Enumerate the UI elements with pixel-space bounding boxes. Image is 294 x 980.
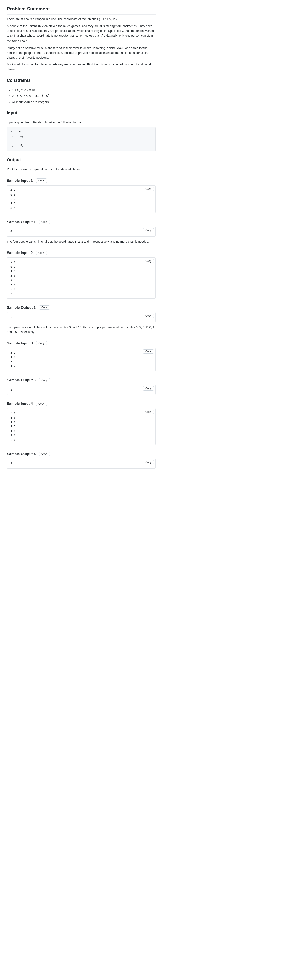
sample-output-4-label: Sample Output 4 [7, 451, 36, 457]
sample-input-2-heading: Sample Input 2 Copy [7, 250, 156, 256]
copy-button-sample-input-4[interactable]: Copy [36, 402, 47, 406]
sample-output-1-block: Copy 0 [7, 227, 156, 237]
copy-button-sample-input-2[interactable]: Copy [36, 251, 47, 255]
page-title: Problem Statement [7, 5, 156, 14]
constraint-1: 1 ≤ N, M ≤ 2 × 105 [12, 87, 156, 92]
sample-output-1-label: Sample Output 1 [7, 219, 36, 225]
sample-output-1-heading: Sample Output 1 Copy [7, 219, 156, 225]
constraint-2: 0 ≤ Li < Ri ≤ M + 1(1 ≤ i ≤ N) [12, 93, 156, 99]
sample-input-3-heading: Sample Input 3 Copy [7, 340, 156, 346]
sample-output-3-label: Sample Output 3 [7, 377, 36, 383]
sample-output-3-heading: Sample Output 3 Copy [7, 377, 156, 383]
sample-input-2-data: 7 6 0 7 1 5 3 6 2 7 1 6 2 6 3 7 [11, 260, 152, 296]
copy-button-sample-output-4[interactable]: Copy [39, 452, 50, 456]
sample-input-4-label: Sample Input 4 [7, 401, 33, 407]
sample-output-3-data: 2 [11, 388, 152, 392]
sample-input-4-heading: Sample Input 4 Copy [7, 401, 156, 407]
copy-button-sample-input-3[interactable]: Copy [36, 341, 47, 345]
sample-output-1-data: 0 [11, 229, 152, 234]
sample-input-1-heading: Sample Input 1 Copy [7, 178, 156, 184]
sample-output-4-block: Copy 2 [7, 458, 156, 469]
constraint-3: All input values are integers. [12, 100, 156, 104]
problem-p1: There are M chairs arranged in a line. T… [7, 17, 156, 21]
sample-input-3-data: 3 1 1 2 1 2 1 2 [11, 351, 152, 369]
copy-btn-inner-sample-output-2[interactable]: Copy [143, 314, 154, 318]
sample-output-2-label: Sample Output 2 [7, 305, 36, 310]
output-title: Output [7, 156, 156, 165]
copy-button-sample-output-1[interactable]: Copy [39, 220, 50, 224]
copy-btn-inner-sample-input-3[interactable]: Copy [143, 349, 154, 354]
copy-button-sample-output-3[interactable]: Copy [39, 378, 50, 382]
copy-btn-inner-sample-output-1[interactable]: Copy [143, 228, 154, 232]
sample-input-1-data: 4 4 0 3 2 3 1 3 3 4 [11, 188, 152, 210]
sample-input-3-block: Copy 3 1 1 2 1 2 1 2 [7, 348, 156, 371]
sample-input-3-label: Sample Input 3 [7, 340, 33, 346]
output-desc: Print the minimum required number of add… [7, 167, 156, 172]
sample-output-3-block: Copy 2 [7, 385, 156, 395]
problem-p4: Additional chairs can be placed at arbit… [7, 62, 156, 72]
problem-paragraphs: There are M chairs arranged in a line. T… [7, 17, 156, 72]
sample-input-1-block: Copy 4 4 0 3 2 3 1 3 3 4 [7, 185, 156, 213]
input-title: Input [7, 110, 156, 118]
copy-btn-inner-sample-output-4[interactable]: Copy [143, 460, 154, 465]
sample-input-4-block: Copy 6 6 1 6 1 6 1 5 1 5 2 6 2 6 [7, 408, 156, 445]
constraints-list: 1 ≤ N, M ≤ 2 × 105 0 ≤ Li < Ri ≤ M + 1(1… [12, 87, 156, 104]
sample-output-4-heading: Sample Output 4 Copy [7, 451, 156, 457]
copy-btn-inner-sample-input-2[interactable]: Copy [143, 259, 154, 263]
sample-output-2-block: Copy 2 [7, 312, 156, 322]
copy-btn-inner-sample-input-4[interactable]: Copy [143, 410, 154, 414]
copy-btn-inner-sample-output-3[interactable]: Copy [143, 386, 154, 390]
sample-input-4-data: 6 6 1 6 1 6 1 5 1 5 2 6 2 6 [11, 411, 152, 442]
input-desc: Input is given from Standard Input in th… [7, 120, 156, 125]
copy-button-sample-input-1[interactable]: Copy [36, 178, 47, 183]
sample-output-2-data: 2 [11, 315, 152, 320]
sample-1-explanation: The four people can sit in chairs at the… [7, 239, 156, 244]
input-format-text: N M L1 R1 ⋮ LN RN [11, 130, 23, 147]
copy-btn-inner-sample-input-1[interactable]: Copy [143, 187, 154, 191]
problem-p2: N people of the Takahashi clan played to… [7, 24, 156, 44]
sample-input-2-label: Sample Input 2 [7, 250, 33, 256]
constraints-title: Constraints [7, 77, 156, 85]
sample-output-4-data: 2 [11, 461, 152, 466]
sample-input-1-label: Sample Input 1 [7, 178, 33, 184]
sample-output-2-heading: Sample Output 2 Copy [7, 305, 156, 310]
input-format-block: N M L1 R1 ⋮ LN RN [7, 127, 156, 151]
copy-button-sample-output-2[interactable]: Copy [39, 305, 50, 310]
problem-p3: It may not be possible for all of them t… [7, 46, 156, 60]
sample-2-explanation: If we place additional chairs at the coo… [7, 325, 156, 334]
sample-input-2-block: Copy 7 6 0 7 1 5 3 6 2 7 1 6 2 6 3 7 [7, 258, 156, 299]
